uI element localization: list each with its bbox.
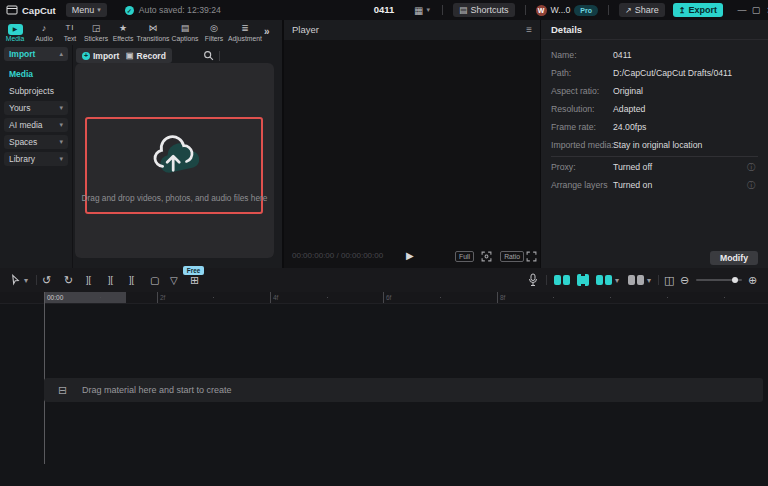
redo-button[interactable]: ↻ bbox=[64, 268, 73, 292]
layout-icon[interactable]: ▦ bbox=[414, 5, 423, 16]
undo-button[interactable]: ↺ bbox=[42, 268, 51, 292]
caret-down-icon: ▾ bbox=[59, 121, 63, 129]
menu-button[interactable]: Menu ▾ bbox=[66, 3, 107, 17]
tab-captions[interactable]: ▤ Captions bbox=[170, 22, 200, 42]
import-button[interactable]: + Import bbox=[76, 48, 125, 63]
transitions-tab-icon: ⋈ bbox=[134, 22, 172, 34]
caret-down-icon: ▾ bbox=[59, 104, 63, 112]
plus-icon: + bbox=[82, 52, 90, 60]
zoom-slider[interactable] bbox=[696, 279, 742, 281]
snap-toggle-icon[interactable] bbox=[577, 274, 589, 286]
share-button[interactable]: ↗ Share bbox=[619, 3, 665, 17]
voiceover-mic-icon[interactable] bbox=[528, 273, 538, 287]
user-name[interactable]: W...0 bbox=[551, 5, 571, 15]
ratio-badge[interactable]: Ratio bbox=[500, 251, 524, 262]
timeline: ▾ ↺ ↻ ][ ][ ][ ▢ ▽ ⊞ Free ▾ ▾ ◫ ⊖ bbox=[0, 268, 768, 486]
window-close-button[interactable]: × bbox=[763, 4, 768, 16]
share-icon: ↗ bbox=[625, 6, 632, 15]
ruler-tick: 8f bbox=[497, 292, 505, 303]
sidebar-group-yours[interactable]: Yours ▾ bbox=[4, 101, 68, 115]
link-toggle-icon[interactable] bbox=[596, 275, 612, 285]
info-icon[interactable]: ⓘ bbox=[747, 162, 755, 173]
app-logo: CapCut bbox=[6, 4, 56, 16]
link-caret-icon[interactable]: ▾ bbox=[615, 268, 619, 292]
player-header: Player ≡ bbox=[284, 20, 540, 40]
magnet-toggle-icon[interactable] bbox=[554, 275, 570, 285]
sidebar-group-ai-media[interactable]: AI media ▾ bbox=[4, 118, 68, 132]
tabs-expand-button[interactable]: » bbox=[264, 26, 270, 37]
keyboard-icon: ▤ bbox=[459, 5, 468, 15]
tab-filters[interactable]: ◎ Filters bbox=[199, 22, 229, 42]
mask-button[interactable]: ▽ bbox=[170, 268, 178, 292]
fit-view-icon[interactable] bbox=[481, 251, 492, 262]
search-icon[interactable] bbox=[203, 50, 214, 61]
sidebar: Import ▴ Media Subprojects Yours ▾ AI me… bbox=[0, 45, 73, 268]
tab-media[interactable]: ▶ Media bbox=[0, 22, 30, 42]
import-dropdown[interactable]: Import ▴ bbox=[4, 47, 68, 61]
tab-stickers[interactable]: ◲ Stickers bbox=[81, 22, 111, 42]
track-placeholder[interactable]: ⊟ Drag material here and start to create bbox=[44, 378, 763, 402]
track-placeholder-text: Drag material here and start to create bbox=[82, 378, 232, 402]
adjustment-tab-icon: ≣ bbox=[226, 22, 264, 34]
window-maximize-button[interactable]: ▢ bbox=[749, 5, 763, 15]
zoom-slider-handle[interactable] bbox=[732, 277, 738, 283]
pro-badge[interactable]: Pro bbox=[574, 5, 598, 16]
player-controls: 00:00:00:00 / 00:00:00:00 ▶ Full Ratio bbox=[284, 244, 540, 268]
timeline-ruler[interactable]: 00:00 2f 4f 6f 8f bbox=[0, 292, 768, 304]
ruler-tick: 6f bbox=[383, 292, 391, 303]
shortcuts-button[interactable]: ▤ Shortcuts bbox=[453, 3, 515, 17]
sidebar-item-media[interactable]: Media bbox=[9, 69, 33, 79]
zoom-in-button[interactable]: ⊕ bbox=[748, 268, 757, 292]
delete-left-button[interactable]: ][ bbox=[108, 268, 113, 292]
sidebar-item-subprojects[interactable]: Subprojects bbox=[9, 86, 54, 96]
chevron-down-icon: ▾ bbox=[97, 6, 101, 14]
sidebar-group-spaces[interactable]: Spaces ▾ bbox=[4, 135, 68, 149]
fullscreen-icon[interactable] bbox=[526, 251, 537, 262]
details-panel: Details Name: 0411 Path: D:/CapCut/CapCu… bbox=[541, 20, 768, 268]
player-canvas bbox=[284, 40, 540, 244]
preview-axis-button[interactable]: ◫ bbox=[664, 268, 674, 292]
user-avatar[interactable]: W bbox=[536, 5, 547, 16]
player-panel: Player ≡ 00:00:00:00 / 00:00:00:00 ▶ Ful… bbox=[284, 20, 540, 268]
dropzone-text: Drag and drop videos, photos, and audio … bbox=[75, 193, 274, 203]
capcut-logo-icon bbox=[6, 4, 18, 16]
media-dropzone[interactable]: Drag and drop videos, photos, and audio … bbox=[75, 63, 274, 258]
sidebar-group-library[interactable]: Library ▾ bbox=[4, 152, 68, 166]
player-title: Player bbox=[292, 20, 319, 40]
tab-transitions[interactable]: ⋈ Transitions bbox=[134, 22, 172, 42]
record-button[interactable]: ▣ Record bbox=[120, 48, 172, 63]
tab-bar: ▶ Media ♪ Audio TI Text ◲ Stickers ★ Eff… bbox=[0, 20, 282, 45]
capcut-window: CapCut Menu ▾ ✓ Auto saved: 12:39:24 041… bbox=[0, 0, 768, 486]
play-button[interactable]: ▶ bbox=[406, 244, 414, 268]
timeline-toolbar: ▾ ↺ ↻ ][ ][ ][ ▢ ▽ ⊞ Free ▾ ▾ ◫ ⊖ bbox=[0, 268, 768, 293]
zoom-out-button[interactable]: ⊖ bbox=[680, 268, 689, 292]
split-button[interactable]: ][ bbox=[86, 268, 91, 292]
modify-button[interactable]: Modify bbox=[710, 251, 758, 265]
delete-right-button[interactable]: ][ bbox=[129, 268, 134, 292]
track-options-icon[interactable] bbox=[628, 275, 644, 285]
track-options-caret-icon[interactable]: ▾ bbox=[647, 268, 651, 292]
free-badge: Free bbox=[183, 266, 204, 275]
select-tool-icon[interactable] bbox=[10, 274, 21, 286]
arrange-layers-row: Arrange layers Turned on ⓘ bbox=[551, 180, 761, 192]
select-tool-caret-icon[interactable]: ▾ bbox=[24, 268, 28, 292]
caret-down-icon: ▾ bbox=[59, 155, 63, 163]
delete-button[interactable]: ▢ bbox=[150, 268, 159, 292]
timecode: 00:00:00:00 / 00:00:00:00 bbox=[292, 244, 383, 268]
detail-row-path: Path: D:/CapCut/CapCut Drafts/0411 bbox=[551, 68, 761, 80]
cloud-upload-icon bbox=[149, 133, 199, 177]
player-menu-icon[interactable]: ≡ bbox=[526, 20, 532, 40]
export-button[interactable]: ↥ Export bbox=[673, 3, 723, 17]
window-minimize-button[interactable]: — bbox=[735, 5, 749, 15]
track-media-icon: ⊟ bbox=[58, 378, 67, 402]
full-badge[interactable]: Full bbox=[455, 251, 474, 262]
autosave-status: ✓ Auto saved: 12:39:24 bbox=[125, 5, 221, 15]
layout-caret-icon[interactable]: ▾ bbox=[426, 6, 430, 14]
detail-row-resolution: Resolution: Adapted bbox=[551, 104, 761, 116]
tab-adjustment[interactable]: ≣ Adjustment bbox=[226, 22, 264, 42]
titlebar-right: ▦ ▾ ▤ Shortcuts W W...0 Pro ↗ Share ↥ Ex… bbox=[414, 0, 768, 20]
caret-down-icon: ▾ bbox=[59, 138, 63, 146]
info-icon[interactable]: ⓘ bbox=[747, 180, 755, 191]
autosave-check-icon: ✓ bbox=[125, 6, 134, 15]
captions-tab-icon: ▤ bbox=[170, 22, 200, 34]
